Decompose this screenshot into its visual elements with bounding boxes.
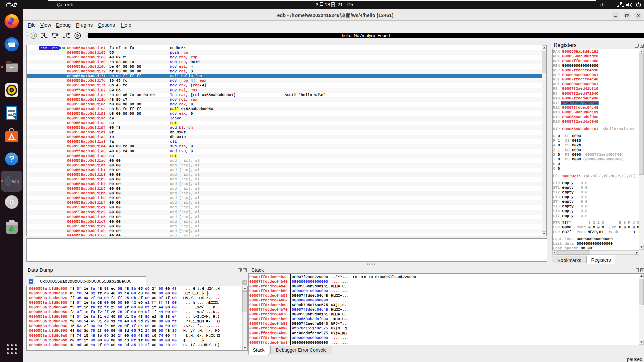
- svg-text:edb: edb: [59, 4, 62, 6]
